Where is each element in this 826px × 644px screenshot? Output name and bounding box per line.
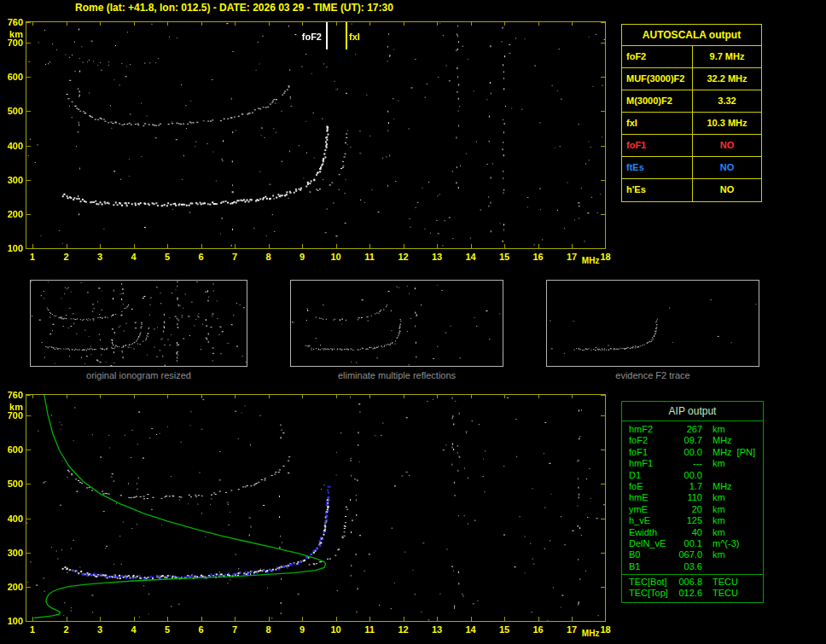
aip-value: 09.7 [677, 435, 702, 446]
aip-table-title: AIP output [622, 402, 763, 421]
aip-label: B0 [622, 549, 677, 560]
autoscala-param-label: ftEs [622, 157, 693, 178]
autoscala-param-value: 3.32 [693, 90, 761, 112]
autoscala-table-title: AUTOSCALA output [622, 25, 761, 46]
autoscala-param-value: 32.2 MHz [693, 68, 761, 90]
window-title: Rome (lat: +41.8, lon: 012.5) - DATE: 20… [75, 2, 393, 14]
y-tick-label: 100 [0, 616, 23, 626]
x-tick-label: 1 [23, 252, 42, 262]
aip-label: foF1 [622, 447, 677, 458]
aip-value: 267 [677, 424, 702, 435]
aip-label: foF2 [622, 435, 677, 446]
y-tick-label: 760 [0, 17, 23, 27]
aip-unit: MHz [702, 447, 732, 458]
x-tick-label: 14 [462, 252, 480, 262]
aip-unit: km [702, 492, 725, 503]
aip-row: hmE110km [622, 492, 763, 503]
aip-label: TEC[Top] [622, 588, 677, 599]
fxI-marker-label: fxI [349, 32, 360, 42]
autoscala-row: fxI10.3 MHz [622, 113, 761, 135]
x-tick-label: 8 [259, 252, 278, 262]
aip-value: 067.0 [677, 549, 702, 560]
aip-label: D1 [622, 470, 677, 481]
aip-label: Ewidth [622, 527, 677, 538]
aip-value: 00.0 [677, 447, 702, 458]
aip-unit: m^(-3) [702, 538, 739, 549]
autoscala-row: h'EsNO [622, 179, 761, 201]
y-tick-label: 400 [0, 141, 23, 151]
autoscala-row: foF29.7 MHz [622, 46, 761, 68]
aip-unit: TECU [702, 577, 738, 588]
x-tick-label: 16 [529, 624, 548, 635]
x-tick-label: 14 [462, 624, 480, 635]
y-tick-label: 600 [0, 444, 23, 455]
aip-unit: km [702, 549, 725, 560]
aip-unit: km [702, 458, 725, 469]
aip-row: ymE20km [622, 504, 763, 515]
x-tick-label: 3 [90, 624, 109, 635]
y-axis-unit: km [0, 402, 23, 412]
aip-value: 1.7 [677, 481, 702, 492]
bottom-ionogram-canvas [26, 394, 606, 622]
aip-label: B1 [622, 561, 677, 572]
autoscala-output-table: AUTOSCALA output foF29.7 MHzMUF(3000)F23… [621, 24, 762, 202]
aip-unit: km [702, 504, 725, 515]
x-tick-label: 9 [293, 252, 311, 262]
aip-row: hmF2267km [622, 424, 763, 435]
x-tick-label: 2 [57, 252, 76, 262]
aip-row: B0067.0km [622, 549, 763, 560]
aip-label: hmF1 [622, 458, 677, 469]
x-tick-label: 6 [192, 252, 211, 262]
aip-output-table: AIP output hmF2267kmfoF209.7MHzfoF100.0M… [621, 401, 764, 603]
aip-label: DelN_vE [622, 538, 677, 549]
autoscala-row: MUF(3000)F232.2 MHz [622, 68, 761, 90]
y-axis-unit: km [0, 29, 23, 39]
autoscala-row: ftEsNO [622, 157, 761, 179]
y-tick-label: 760 [0, 390, 23, 400]
x-tick-label: 3 [90, 252, 109, 262]
aip-value: 110 [677, 492, 702, 503]
panel-original-ionogram [30, 280, 247, 367]
aip-row: B103.6 [622, 561, 763, 572]
y-tick-label: 500 [0, 479, 23, 489]
panel-eliminate-reflections [290, 280, 503, 367]
autoscala-table-rows: foF29.7 MHzMUF(3000)F232.2 MHzM(3000)F23… [622, 46, 761, 201]
autoscala-param-value: NO [693, 157, 761, 178]
x-tick-label: 4 [125, 252, 143, 262]
x-tick-label: 15 [495, 624, 514, 635]
autoscala-row: M(3000)F23.32 [622, 90, 761, 113]
aip-note: [PN] [732, 447, 755, 458]
aip-value: 20 [677, 504, 702, 515]
autoscala-param-label: MUF(3000)F2 [622, 68, 693, 90]
x-tick-label: 16 [529, 252, 548, 262]
panel-caption-evidence: evidence F2 trace [546, 370, 759, 380]
x-tick-label: 10 [327, 624, 346, 635]
x-tick-label: 17 [562, 624, 581, 635]
autoscala-param-label: foF1 [622, 135, 693, 156]
panel-caption-original: original ionogram resized [30, 370, 247, 380]
aip-tec-rows: TEC[Bot]006.8TECUTEC[Top]012.6TECU [622, 574, 763, 602]
x-tick-label: 7 [225, 624, 244, 635]
y-tick-label: 400 [0, 513, 23, 524]
aip-label: foE [622, 481, 677, 492]
aip-row: Ewidth40km [622, 527, 763, 538]
panel-evidence-f2-trace [546, 280, 759, 367]
top-ionogram-canvas [26, 21, 606, 249]
aip-unit: km [702, 527, 725, 538]
aip-row: hmF1---km [622, 458, 763, 469]
x-tick-label: 2 [57, 624, 76, 635]
aip-value: 40 [677, 527, 702, 538]
aip-label: h_vE [622, 515, 677, 526]
y-tick-label: 200 [0, 209, 23, 219]
aip-row: TEC[Bot]006.8TECU [622, 577, 763, 588]
y-tick-label: 600 [0, 72, 23, 82]
x-tick-label: 5 [158, 252, 177, 262]
autoscala-param-value: 9.7 MHz [693, 46, 761, 67]
autoscala-param-label: M(3000)F2 [622, 90, 693, 112]
aip-unit: km [702, 515, 725, 526]
x-tick-label: 15 [495, 252, 514, 262]
x-tick-label: 12 [394, 624, 413, 635]
x-axis-unit: MHz [582, 629, 600, 638]
y-tick-label: 500 [0, 106, 23, 116]
x-tick-label: 6 [192, 624, 211, 635]
